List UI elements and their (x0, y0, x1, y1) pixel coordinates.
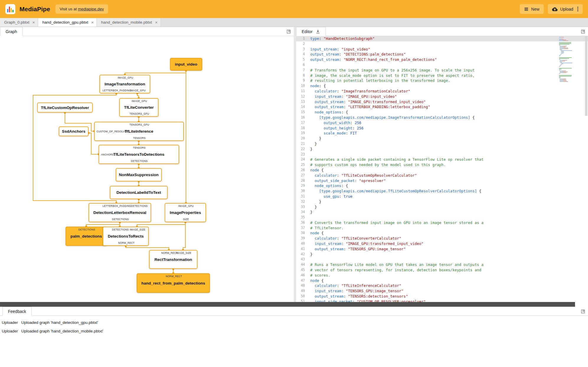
line-number: 45 (296, 267, 310, 273)
code-line-28[interactable]: 28 output_side_packet: "opresolver" (296, 178, 588, 184)
editor-tab[interactable]: Editor (296, 27, 326, 36)
graph-node-RectTransformation[interactable]: RectTransformationNORM_RECTIMAGE_SIZE (149, 250, 197, 269)
file-tab-hand_detection_gpu.pbtxt[interactable]: hand_detection_gpu.pbtxt× (38, 18, 97, 27)
horizontal-scrollbar-thumb[interactable] (0, 302, 575, 307)
editor-vertical-scrollbar[interactable] (584, 36, 588, 302)
code-line-31[interactable]: 31 use_gpu: true (296, 194, 588, 199)
code-line-49[interactable]: 49 input_stream: "TENSORS_GPU:image_tens… (296, 288, 588, 294)
code-line-10[interactable]: 10node: { (296, 83, 588, 89)
graph-edge (126, 246, 169, 250)
code-line-11[interactable]: 11 calculator: "ImageTransformationCalcu… (296, 89, 588, 94)
file-tab-Graph_0.pbtxt[interactable]: Graph_0.pbtxt× (0, 18, 38, 27)
code-line-42[interactable]: 42} (296, 252, 588, 257)
code-line-36[interactable]: 36# Converts the transformed input image… (296, 220, 588, 225)
code-line-20[interactable]: 20 } (296, 136, 588, 141)
close-tab-icon[interactable]: × (91, 20, 94, 25)
line-number: 11 (296, 89, 310, 94)
graph-node-hand_rect_from_palm_detections[interactable]: hand_rect_from_palm_detectionsNORM_RECT (137, 273, 210, 293)
graph-node-DetectionLabelIdToText[interactable]: DetectionLabelIdToText (110, 186, 168, 199)
code-line-3[interactable]: 3input_stream: "input_video" (296, 47, 588, 52)
code-line-12[interactable]: 12 input_stream: "IMAGE_GPU:input_video" (296, 94, 588, 99)
code-line-13[interactable]: 13 output_stream: "IMAGE_GPU:transformed… (296, 99, 588, 105)
code-text: # Converts the transformed input image o… (310, 220, 484, 225)
code-line-23[interactable]: 23 (296, 152, 588, 157)
code-line-5[interactable]: 5output_stream: "NORM_RECT:hand_rect_fro… (296, 57, 588, 62)
graph-node-TfLiteInference[interactable]: TfLiteInferenceTENSORS_GPUCUSTOM_OP_RESO… (94, 122, 184, 141)
code-line-1[interactable]: 1type: "HandDetectionSubgraph" (296, 36, 588, 41)
file-tab-hand_detection_mobile.pbtxt[interactable]: hand_detection_mobile.pbtxt× (97, 18, 161, 27)
graph-node-TfLiteConverter[interactable]: TfLiteConverterIMAGE_GPUTENSORS_GPU (119, 98, 159, 117)
editor-tab-label: Editor (302, 29, 313, 34)
code-line-24[interactable]: 24# Generates a single side packet conta… (296, 157, 588, 162)
code-line-26[interactable]: 26node { (296, 168, 588, 173)
code-line-2[interactable]: 2 (296, 41, 588, 47)
code-line-38[interactable]: 38node { (296, 230, 588, 236)
code-line-9[interactable]: 9# resulting in potential letterboxing i… (296, 78, 588, 83)
code-line-34[interactable]: 34} (296, 210, 588, 215)
code-line-39[interactable]: 39 calculator: "TfLiteConverterCalculato… (296, 236, 588, 241)
code-line-44[interactable]: 44# Runs a TensorFlow Lite model on GPU … (296, 262, 588, 267)
code-line-48[interactable]: 48 calculator: "TfLiteInferenceCalculato… (296, 283, 588, 288)
feedback-tab[interactable]: Feedback (2, 307, 32, 316)
code-editor[interactable]: 1type: "HandDetectionSubgraph"23input_st… (296, 36, 588, 302)
expand-feedback-panel-icon[interactable] (580, 309, 586, 314)
graph-node-SsdAnchors[interactable]: SsdAnchors (59, 126, 89, 136)
close-tab-icon[interactable]: × (155, 20, 158, 25)
node-label: palm_detections (71, 234, 102, 238)
code-line-43[interactable]: 43 (296, 257, 588, 262)
code-line-40[interactable]: 40 input_stream: "IMAGE_GPU:transformed_… (296, 241, 588, 246)
graph-node-ImageProperties[interactable]: ImagePropertiesIMAGE_GPUSIZE (165, 203, 206, 222)
code-text: } (310, 136, 321, 141)
code-line-19[interactable]: 19 scale_mode: FIT (296, 131, 588, 136)
code-line-50[interactable]: 50 output_stream: "TENSORS:detection_ten… (296, 294, 588, 299)
code-line-8[interactable]: 8# image, the scale_mode option is set t… (296, 73, 588, 78)
code-line-30[interactable]: 30 [type.googleapis.com/mediapipe.TfLite… (296, 189, 588, 194)
code-line-46[interactable]: 46# scores. (296, 273, 588, 278)
graph-node-DetectionLetterboxRemoval[interactable]: DetectionLetterboxRemovalLETTERBOX_PADDI… (89, 203, 151, 222)
code-line-29[interactable]: 29 node_options: { (296, 183, 588, 189)
code-line-41[interactable]: 41 output_stream: "TENSORS_GPU:image_ten… (296, 246, 588, 252)
code-line-17[interactable]: 17 output_width: 256 (296, 120, 588, 126)
close-tab-icon[interactable]: × (32, 20, 35, 25)
code-line-16[interactable]: 16 [type.googleapis.com/mediapipe.ImageT… (296, 115, 588, 120)
code-line-21[interactable]: 21 } (296, 141, 588, 147)
code-line-27[interactable]: 27 calculator: "TfLiteCustomOpResolverCa… (296, 173, 588, 178)
download-graph-icon[interactable] (316, 29, 320, 34)
visit-link-chip[interactable]: Visit us at mediapipe.dev (55, 4, 108, 14)
code-line-25[interactable]: 25# supports custom ops needed by the mo… (296, 162, 588, 168)
port-label-IMAGE_GPU: IMAGE_GPU (178, 204, 194, 207)
minimap-line (559, 76, 571, 77)
new-button[interactable]: New (520, 4, 544, 14)
vertical-scrollbar-thumb[interactable] (585, 36, 587, 116)
graph-node-TfLiteCustomOpResolver[interactable]: TfLiteCustomOpResolver (37, 103, 93, 113)
graph-node-input_video[interactable]: input_video (170, 58, 202, 71)
code-line-33[interactable]: 33 } (296, 204, 588, 210)
code-line-6[interactable]: 6 (296, 62, 588, 68)
graph-canvas[interactable]: input_videoImageTransformationIMAGE_GPUL… (0, 36, 294, 302)
code-line-22[interactable]: 22} (296, 147, 588, 152)
graph-node-ImageTransformation[interactable]: ImageTransformationIMAGE_GPULETTERBOX_PA… (99, 75, 150, 93)
code-line-51[interactable]: 51 input_side_packet: "CUSTOM_OP_RESOLVE… (296, 299, 588, 302)
code-line-45[interactable]: 45# vector of tensors representing, for … (296, 267, 588, 273)
graph-node-DetectionsToRects[interactable]: DetectionsToRectsDETECTIONSIMAGE_SIZENOR… (103, 227, 149, 246)
editor-minimap[interactable] (558, 37, 583, 82)
code-line-4[interactable]: 4output_stream: "DETECTIONS:palm_detecti… (296, 52, 588, 57)
code-line-18[interactable]: 18 output_height: 256 (296, 126, 588, 131)
code-line-37[interactable]: 37# TfLiteTensor. (296, 225, 588, 231)
upload-button[interactable]: Upload (548, 4, 583, 14)
graph-node-palm_detections[interactable]: palm_detectionsDETECTIONS (66, 227, 107, 246)
expand-graph-panel-icon[interactable] (286, 29, 291, 34)
mediapipe-dev-link[interactable]: mediapipe.dev (78, 7, 104, 11)
code-line-32[interactable]: 32 } (296, 199, 588, 204)
minimap-line (559, 39, 564, 39)
graph-tab[interactable]: Graph (0, 27, 23, 36)
code-line-15[interactable]: 15 node_options: { (296, 110, 588, 115)
code-line-14[interactable]: 14 output_stream: "LETTERBOX_PADDING:let… (296, 104, 588, 110)
upload-menu-kebab[interactable] (576, 7, 579, 12)
graph-node-TfLiteTensorsToDetections[interactable]: TfLiteTensorsToDetectionsTENSORSANCHORSD… (99, 145, 179, 164)
expand-editor-panel-icon[interactable] (580, 29, 586, 34)
code-line-35[interactable]: 35 (296, 215, 588, 220)
code-line-47[interactable]: 47node { (296, 278, 588, 283)
graph-node-NonMaxSuppression[interactable]: NonMaxSuppression (116, 168, 162, 181)
code-line-7[interactable]: 7# Transforms the input image on GPU to … (296, 68, 588, 73)
